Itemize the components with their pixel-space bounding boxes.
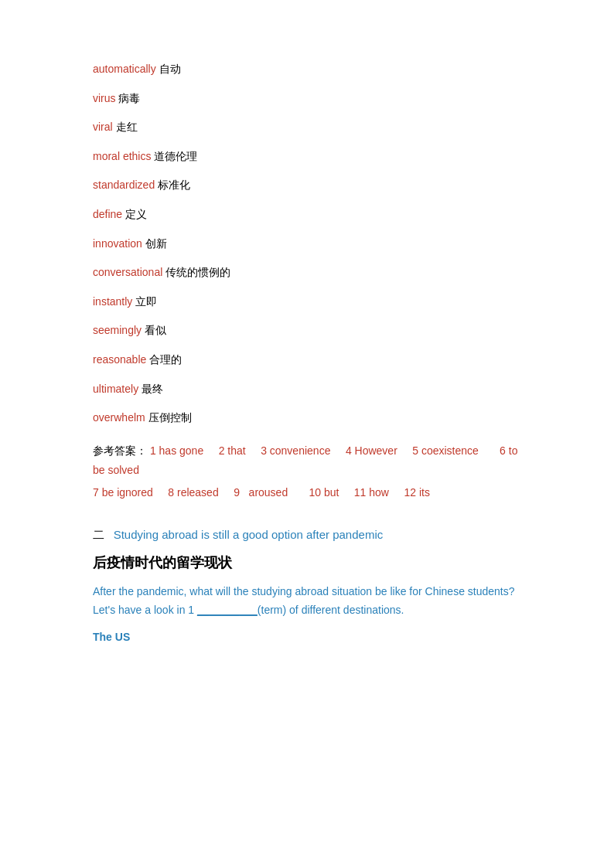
- vocab-english-overwhelm: overwhelm: [93, 411, 145, 424]
- section-number: 二: [93, 528, 104, 541]
- vocab-chinese-reasonable: 合理的: [149, 353, 182, 366]
- vocab-english-viral: viral: [93, 121, 113, 133]
- vocab-item-define: define 定义: [93, 207, 521, 223]
- vocab-chinese-seemingly: 看似: [145, 324, 166, 336]
- vocab-item-overwhelm: overwhelm 压倒控制: [93, 410, 521, 426]
- answer-5: 5 coexistence: [412, 444, 479, 457]
- answer-12: 12 its: [404, 486, 429, 499]
- vocab-english-virus: virus: [93, 92, 116, 104]
- vocab-item-instantly: instantly 立即: [93, 294, 521, 310]
- vocab-item-conversational: conversational 传统的惯例的: [93, 265, 521, 281]
- blank-1: __________: [197, 604, 258, 616]
- vocab-chinese-automatically: 自动: [159, 63, 181, 75]
- answer-4: 4 However: [346, 444, 397, 457]
- vocab-chinese-viral: 走红: [116, 121, 138, 133]
- section-title-chinese: 后疫情时代的留学现状: [93, 553, 521, 572]
- vocab-chinese-standardized: 标准化: [158, 179, 190, 191]
- answer-row-1: 参考答案： 1 has gone 2 that 3 convenience 4 …: [93, 441, 521, 480]
- vocab-english-reasonable: reasonable: [93, 353, 146, 366]
- vocab-chinese-moral-ethics: 道德伦理: [154, 150, 197, 162]
- section-title-english: Studying abroad is still a good option a…: [114, 528, 384, 541]
- vocab-chinese-overwhelm: 压倒控制: [148, 411, 192, 424]
- vocab-chinese-innovation: 创新: [145, 237, 167, 250]
- vocab-chinese-instantly: 立即: [135, 295, 157, 308]
- vocab-english-moral-ethics: moral ethics: [93, 150, 151, 162]
- vocabulary-list: automatically 自动 virus 病毒 viral 走红 moral…: [93, 62, 521, 426]
- vocab-english-innovation: innovation: [93, 237, 142, 250]
- subsection-the-us: The US: [93, 631, 521, 643]
- answer-9: 9 aroused: [234, 486, 288, 499]
- vocab-item-seemingly: seemingly 看似: [93, 323, 521, 339]
- answer-1: 1 has gone: [150, 444, 203, 457]
- vocab-item-innovation: innovation 创新: [93, 237, 521, 252]
- answer-label: 参考答案：: [93, 444, 147, 457]
- vocab-item-standardized: standardized 标准化: [93, 178, 521, 193]
- vocab-chinese-ultimately: 最终: [142, 383, 163, 395]
- answer-2: 2 that: [219, 444, 246, 457]
- section-two: 二 Studying abroad is still a good option…: [93, 526, 521, 643]
- answer-3: 3 convenience: [261, 444, 330, 457]
- vocab-item-viral: viral 走红: [93, 120, 521, 135]
- answer-11: 11 how: [354, 486, 389, 499]
- vocab-item-automatically: automatically 自动: [93, 62, 521, 77]
- vocab-english-ultimately: ultimately: [93, 383, 138, 395]
- vocab-chinese-conversational: 传统的惯例的: [165, 266, 230, 278]
- vocab-english-instantly: instantly: [93, 295, 132, 308]
- section-title-line: 二 Studying abroad is still a good option…: [93, 526, 521, 544]
- vocab-english-automatically: automatically: [93, 63, 156, 75]
- vocab-english-conversational: conversational: [93, 266, 162, 278]
- vocab-item-virus: virus 病毒: [93, 91, 521, 107]
- vocab-chinese-virus: 病毒: [118, 92, 140, 104]
- answer-7: 7 be ignored: [93, 486, 153, 499]
- vocab-english-standardized: standardized: [93, 179, 155, 191]
- answer-8: 8 released: [168, 486, 218, 499]
- vocab-item-ultimately: ultimately 最终: [93, 382, 521, 397]
- vocab-english-define: define: [93, 208, 122, 220]
- answer-10: 10 but: [309, 486, 339, 499]
- vocab-chinese-define: 定义: [125, 208, 147, 220]
- answer-section: 参考答案： 1 has gone 2 that 3 convenience 4 …: [93, 441, 521, 503]
- answer-row-2: 7 be ignored 8 released 9 aroused 10 but…: [93, 483, 521, 502]
- section-body-paragraph: After the pandemic, what will the studyi…: [93, 583, 521, 620]
- vocab-item-reasonable: reasonable 合理的: [93, 352, 521, 368]
- vocab-item-moral-ethics: moral ethics 道德伦理: [93, 149, 521, 165]
- vocab-english-seemingly: seemingly: [93, 324, 142, 336]
